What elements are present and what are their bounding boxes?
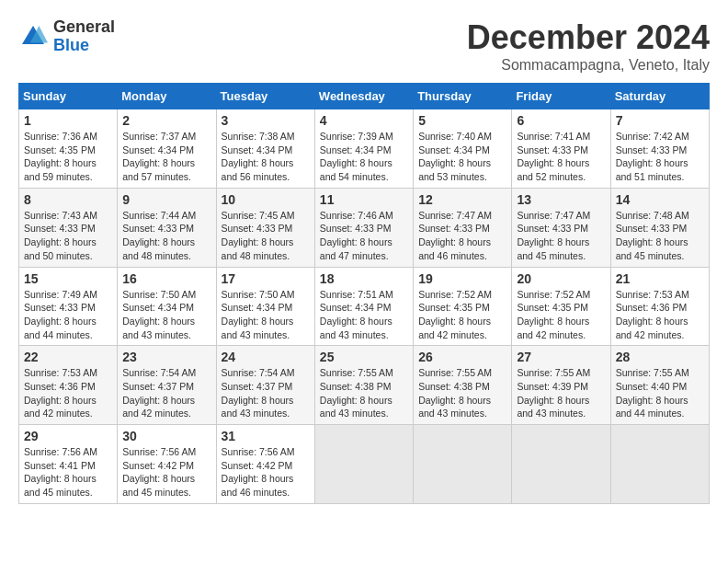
day-number: 28 [616,350,704,364]
cell-text: Sunrise: 7:44 AMSunset: 4:33 PMDaylight:… [122,209,210,263]
day-number: 10 [222,192,310,207]
week-row-5: 29Sunrise: 7:56 AMSunset: 4:41 PMDayligh… [19,425,710,504]
cell-text: Sunrise: 7:47 AMSunset: 4:33 PMDaylight:… [418,209,506,263]
calendar-cell: 17Sunrise: 7:50 AMSunset: 4:34 PMDayligh… [216,267,314,346]
cell-text: Sunrise: 7:54 AMSunset: 4:37 PMDaylight:… [222,366,310,420]
cell-text: Sunrise: 7:50 AMSunset: 4:34 PMDaylight:… [122,288,210,342]
day-number: 31 [222,429,310,443]
calendar-table: SundayMondayTuesdayWednesdayThursdayFrid… [18,83,710,504]
day-number: 20 [517,271,605,286]
logo: General Blue [18,18,115,55]
weekday-header-thursday: Thursday [414,84,512,109]
calendar-cell [414,425,512,504]
day-number: 9 [122,192,210,207]
weekday-header-tuesday: Tuesday [216,84,314,109]
calendar-cell: 16Sunrise: 7:50 AMSunset: 4:34 PMDayligh… [118,267,216,346]
calendar-cell: 1Sunrise: 7:36 AMSunset: 4:35 PMDaylight… [19,109,118,189]
location-subtitle: Sommacampagna, Veneto, Italy [467,57,710,74]
day-number: 18 [320,271,408,286]
calendar-cell: 10Sunrise: 7:45 AMSunset: 4:33 PMDayligh… [216,188,314,267]
calendar-cell: 31Sunrise: 7:56 AMSunset: 4:42 PMDayligh… [216,425,314,504]
logo-icon [18,22,48,52]
cell-text: Sunrise: 7:56 AMSunset: 4:42 PMDaylight:… [222,445,310,500]
cell-text: Sunrise: 7:43 AMSunset: 4:33 PMDaylight:… [24,209,112,263]
calendar-cell: 20Sunrise: 7:52 AMSunset: 4:35 PMDayligh… [512,267,610,346]
cell-text: Sunrise: 7:49 AMSunset: 4:33 PMDaylight:… [24,288,112,342]
cell-text: Sunrise: 7:51 AMSunset: 4:34 PMDaylight:… [320,288,408,342]
cell-text: Sunrise: 7:54 AMSunset: 4:37 PMDaylight:… [122,366,210,420]
day-number: 7 [616,113,704,128]
day-number: 4 [320,113,408,128]
day-number: 23 [122,350,210,364]
calendar-cell: 11Sunrise: 7:46 AMSunset: 4:33 PMDayligh… [314,188,413,267]
cell-text: Sunrise: 7:40 AMSunset: 4:34 PMDaylight:… [418,130,506,184]
day-number: 1 [24,113,112,128]
calendar-cell: 14Sunrise: 7:48 AMSunset: 4:33 PMDayligh… [610,188,709,267]
cell-text: Sunrise: 7:42 AMSunset: 4:33 PMDaylight:… [616,130,704,184]
calendar-cell: 7Sunrise: 7:42 AMSunset: 4:33 PMDaylight… [610,109,709,189]
calendar-cell: 24Sunrise: 7:54 AMSunset: 4:37 PMDayligh… [216,346,314,425]
cell-text: Sunrise: 7:53 AMSunset: 4:36 PMDaylight:… [616,288,704,342]
calendar-cell: 18Sunrise: 7:51 AMSunset: 4:34 PMDayligh… [314,267,413,346]
logo-general: General [53,18,115,37]
day-number: 14 [616,192,704,207]
calendar-cell: 19Sunrise: 7:52 AMSunset: 4:35 PMDayligh… [414,267,512,346]
day-number: 5 [418,113,506,128]
day-number: 11 [320,192,408,207]
weekday-header-row: SundayMondayTuesdayWednesdayThursdayFrid… [19,84,710,109]
week-row-4: 22Sunrise: 7:53 AMSunset: 4:36 PMDayligh… [19,346,710,425]
calendar-cell: 6Sunrise: 7:41 AMSunset: 4:33 PMDaylight… [512,109,610,189]
cell-text: Sunrise: 7:52 AMSunset: 4:35 PMDaylight:… [517,288,605,342]
calendar-cell: 9Sunrise: 7:44 AMSunset: 4:33 PMDaylight… [118,188,216,267]
day-number: 17 [222,271,310,286]
weekday-header-monday: Monday [118,84,216,109]
day-number: 29 [24,429,112,443]
week-row-2: 8Sunrise: 7:43 AMSunset: 4:33 PMDaylight… [19,188,710,267]
logo-text: General Blue [53,18,115,55]
weekday-header-saturday: Saturday [610,84,709,109]
calendar-cell: 3Sunrise: 7:38 AMSunset: 4:34 PMDaylight… [216,109,314,189]
day-number: 27 [517,350,605,364]
cell-text: Sunrise: 7:56 AMSunset: 4:42 PMDaylight:… [122,445,210,500]
day-number: 21 [616,271,704,286]
week-row-1: 1Sunrise: 7:36 AMSunset: 4:35 PMDaylight… [19,109,710,189]
calendar-cell [314,425,413,504]
day-number: 12 [418,192,506,207]
calendar-cell: 27Sunrise: 7:55 AMSunset: 4:39 PMDayligh… [512,346,610,425]
calendar-cell: 25Sunrise: 7:55 AMSunset: 4:38 PMDayligh… [314,346,413,425]
day-number: 6 [517,113,605,128]
calendar-cell: 5Sunrise: 7:40 AMSunset: 4:34 PMDaylight… [414,109,512,189]
calendar-cell: 28Sunrise: 7:55 AMSunset: 4:40 PMDayligh… [610,346,709,425]
calendar-cell: 22Sunrise: 7:53 AMSunset: 4:36 PMDayligh… [19,346,118,425]
day-number: 8 [24,192,112,207]
cell-text: Sunrise: 7:55 AMSunset: 4:38 PMDaylight:… [320,366,408,420]
calendar-cell: 13Sunrise: 7:47 AMSunset: 4:33 PMDayligh… [512,188,610,267]
cell-text: Sunrise: 7:41 AMSunset: 4:33 PMDaylight:… [517,130,605,184]
calendar-cell: 29Sunrise: 7:56 AMSunset: 4:41 PMDayligh… [19,425,118,504]
calendar-cell: 21Sunrise: 7:53 AMSunset: 4:36 PMDayligh… [610,267,709,346]
cell-text: Sunrise: 7:46 AMSunset: 4:33 PMDaylight:… [320,209,408,263]
cell-text: Sunrise: 7:52 AMSunset: 4:35 PMDaylight:… [418,288,506,342]
calendar-cell: 30Sunrise: 7:56 AMSunset: 4:42 PMDayligh… [118,425,216,504]
weekday-header-wednesday: Wednesday [314,84,413,109]
calendar-cell: 4Sunrise: 7:39 AMSunset: 4:34 PMDaylight… [314,109,413,189]
calendar-cell [610,425,709,504]
cell-text: Sunrise: 7:48 AMSunset: 4:33 PMDaylight:… [616,209,704,263]
day-number: 15 [24,271,112,286]
cell-text: Sunrise: 7:45 AMSunset: 4:33 PMDaylight:… [222,209,310,263]
header: General Blue December 2024 Sommacampagna… [18,18,710,74]
day-number: 24 [222,350,310,364]
day-number: 16 [122,271,210,286]
calendar-cell: 26Sunrise: 7:55 AMSunset: 4:38 PMDayligh… [414,346,512,425]
day-number: 26 [418,350,506,364]
cell-text: Sunrise: 7:55 AMSunset: 4:38 PMDaylight:… [418,366,506,420]
weekday-header-friday: Friday [512,84,610,109]
month-title: December 2024 [467,18,710,57]
day-number: 22 [24,350,112,364]
cell-text: Sunrise: 7:53 AMSunset: 4:36 PMDaylight:… [24,366,112,420]
cell-text: Sunrise: 7:47 AMSunset: 4:33 PMDaylight:… [517,209,605,263]
calendar-cell: 23Sunrise: 7:54 AMSunset: 4:37 PMDayligh… [118,346,216,425]
cell-text: Sunrise: 7:38 AMSunset: 4:34 PMDaylight:… [222,130,310,184]
cell-text: Sunrise: 7:39 AMSunset: 4:34 PMDaylight:… [320,130,408,184]
week-row-3: 15Sunrise: 7:49 AMSunset: 4:33 PMDayligh… [19,267,710,346]
